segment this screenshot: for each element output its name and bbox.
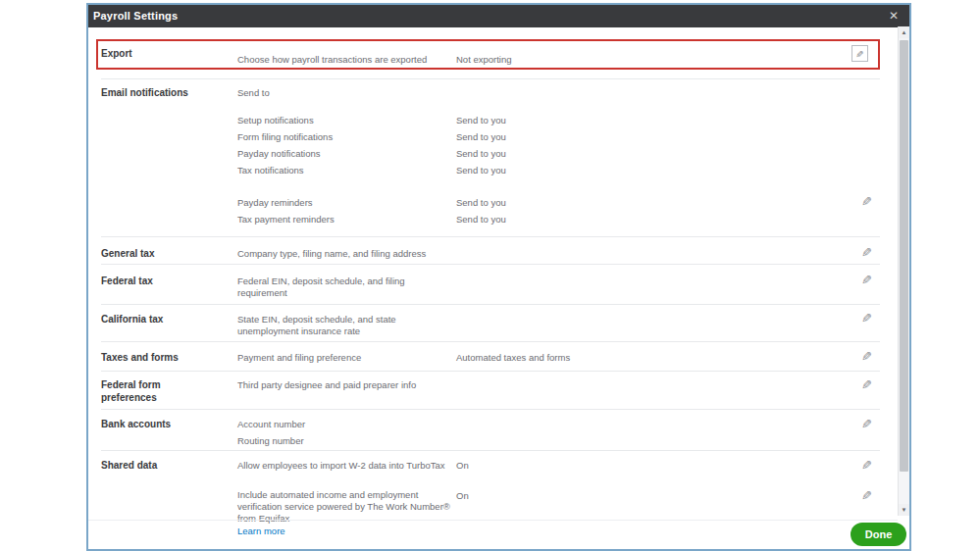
taxes-forms-description: Payment and filing preference xyxy=(237,352,449,364)
scroll-down-icon: ▼ xyxy=(902,507,907,513)
dialog-header: Payroll Settings ✕ xyxy=(88,5,909,27)
edit-california-tax-button[interactable]: ✎ xyxy=(856,310,876,327)
divider xyxy=(101,78,880,79)
export-value: Not exporting xyxy=(456,54,512,66)
bank-accounts-account-number: Account number xyxy=(237,419,449,430)
dialog-scrollbar[interactable]: ▲ ▼ xyxy=(898,26,909,516)
shared-data-equifax-description: Include automated income and employment … xyxy=(237,489,450,524)
dialog-title: Payroll Settings xyxy=(93,5,178,27)
notification-row-name: Payday notifications xyxy=(237,148,449,160)
scrollbar-thumb[interactable] xyxy=(900,40,908,472)
pencil-icon: ✎ xyxy=(861,349,872,365)
divider xyxy=(101,264,880,265)
pencil-icon: ✎ xyxy=(861,488,872,504)
edit-export-button[interactable]: ✎ xyxy=(851,45,868,62)
notification-row-value: Send to you xyxy=(456,131,506,143)
pencil-icon: ✎ xyxy=(861,245,872,261)
pencil-icon: ✎ xyxy=(861,273,872,288)
divider xyxy=(101,341,880,342)
divider xyxy=(101,371,880,372)
shared-data-equifax-value: On xyxy=(456,490,469,502)
scroll-up-button[interactable]: ▲ xyxy=(899,26,909,38)
edit-shared-data-turbotax-button[interactable]: ✎ xyxy=(856,457,876,475)
section-label-federal-form-preferences: Federal form preferences xyxy=(101,378,211,404)
divider xyxy=(101,236,880,237)
divider xyxy=(101,409,880,410)
scroll-down-button[interactable]: ▼ xyxy=(899,504,909,516)
taxes-forms-value: Automated taxes and forms xyxy=(456,352,570,364)
general-tax-description: Company type, filing name, and filing ad… xyxy=(237,248,449,260)
learn-more-link[interactable]: Learn more xyxy=(237,526,285,537)
section-label-shared-data: Shared data xyxy=(101,459,211,472)
pencil-icon: ✎ xyxy=(861,311,872,326)
close-button[interactable]: ✕ xyxy=(884,5,903,27)
section-label-california-tax: California tax xyxy=(101,313,211,326)
export-description: Choose how payroll transactions are expo… xyxy=(237,54,449,66)
reminder-row-value: Send to you xyxy=(456,197,506,209)
divider xyxy=(101,450,880,451)
edit-federal-tax-button[interactable]: ✎ xyxy=(856,272,876,289)
notification-row-value: Send to you xyxy=(456,165,506,176)
content-bottom-divider xyxy=(88,520,898,521)
notification-row-value: Send to you xyxy=(456,115,506,126)
reminder-row-name: Tax payment reminders xyxy=(237,214,449,225)
pencil-icon: ✎ xyxy=(861,417,872,432)
done-button[interactable]: Done xyxy=(851,523,906,546)
federal-tax-description: Federal EIN, deposit schedule, and filin… xyxy=(237,276,449,299)
shared-data-equifax-block: Include automated income and employment … xyxy=(237,489,457,537)
notification-row-name: Setup notifications xyxy=(237,115,449,126)
edit-taxes-forms-button[interactable]: ✎ xyxy=(856,348,876,366)
section-label-general-tax: General tax xyxy=(101,247,211,260)
federal-form-prefs-description: Third party designee and paid preparer i… xyxy=(237,379,449,391)
pencil-icon: ✎ xyxy=(861,377,872,393)
shared-data-turbotax-description: Allow employees to import W-2 data into … xyxy=(237,460,449,472)
pencil-icon: ✎ xyxy=(861,458,872,474)
scroll-up-icon: ▲ xyxy=(902,29,907,35)
export-label: Export xyxy=(101,47,211,60)
section-label-taxes-and-forms: Taxes and forms xyxy=(101,351,211,364)
california-tax-description: State EIN, deposit schedule, and state u… xyxy=(237,314,449,337)
shared-data-turbotax-value: On xyxy=(456,460,469,472)
pencil-icon: ✎ xyxy=(861,194,872,210)
payroll-settings-dialog: Payroll Settings ✕ Export Choose how pay… xyxy=(86,3,911,551)
notification-row-name: Tax notifications xyxy=(237,165,449,176)
edit-general-tax-button[interactable]: ✎ xyxy=(856,244,876,262)
pencil-icon: ✎ xyxy=(855,47,863,62)
reminder-row-name: Payday reminders xyxy=(237,197,449,209)
email-send-to-text: Send to xyxy=(237,87,449,99)
edit-bank-accounts-button[interactable]: ✎ xyxy=(856,416,876,433)
notification-row-name: Form filing notifications xyxy=(237,131,449,143)
close-icon: ✕ xyxy=(889,9,899,23)
notification-row-value: Send to you xyxy=(456,148,506,160)
reminder-row-value: Send to you xyxy=(456,214,506,225)
edit-shared-data-equifax-button[interactable]: ✎ xyxy=(856,487,876,505)
edit-federal-form-prefs-button[interactable]: ✎ xyxy=(856,376,876,394)
section-label-bank-accounts: Bank accounts xyxy=(101,418,211,430)
edit-email-notifications-button[interactable]: ✎ xyxy=(856,193,876,211)
bank-accounts-routing-number: Routing number xyxy=(237,435,449,447)
divider xyxy=(101,304,880,305)
section-label-federal-tax: Federal tax xyxy=(101,275,211,287)
section-label-email-notifications: Email notifications xyxy=(101,86,211,99)
